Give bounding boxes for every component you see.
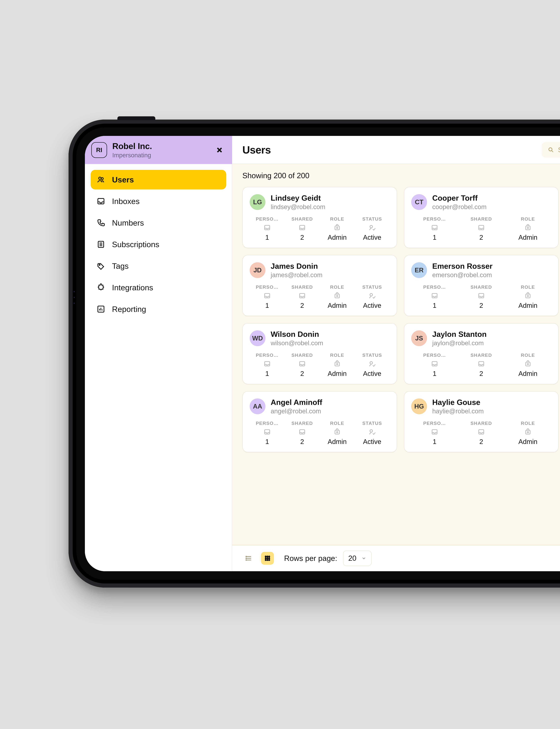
stat-label: PERSO… [423,353,446,358]
stat-shared: SHARED 2 [285,420,320,445]
puzzle-icon [97,283,105,292]
stat-value: 1 [265,302,269,310]
stat-personal: PERSO… 1 [411,353,458,377]
stat-shared: SHARED 2 [285,285,320,310]
avatar: CT [411,194,427,210]
avatar: AA [250,398,265,414]
stat-value: 2 [479,438,483,445]
stat-label: SHARED [470,285,492,290]
stat-value: Admin [328,369,347,377]
list-view-button[interactable] [242,552,255,565]
stat-label: STATUS [362,216,382,222]
stat-role: ROLE Admin [505,353,551,377]
stat-label: SHARED [291,353,313,358]
stat-label: SHARED [291,216,313,222]
user-card-header: ER Emerson Rosser emerson@robel.com [411,262,551,279]
stat-value: 1 [433,438,436,445]
user-meta: Lindsey Geidt lindsey@robel.com [271,194,325,211]
search-box[interactable] [542,142,560,158]
user-email: cooper@robel.com [432,203,487,211]
stat-personal: PERSO… 1 [250,353,285,377]
stat-label: PERSO… [256,353,279,358]
user-stats: PERSO… 1 SHARED 2 ROLE Admin STATUS Acti… [250,353,390,377]
user-meta: Jaylon Stanton jaylon@robel.com [432,330,487,347]
stat-value: Active [363,302,381,310]
user-card[interactable]: WD Wilson Donin wilson@robel.com PERSO… … [242,323,397,384]
search-icon [548,147,554,153]
stat-role: ROLE Admin [505,420,551,445]
stat-value: Active [363,369,381,377]
user-meta: James Donin james@robel.com [271,262,322,279]
stat-label: PERSO… [423,216,446,222]
stat-status: STATUS Active [355,216,390,241]
grid-view-button[interactable] [261,552,274,565]
user-name: Cooper Torff [432,194,487,202]
user-card[interactable]: CT Cooper Torff cooper@robel.com PERSO… … [404,187,559,248]
stat-shared: SHARED 2 [458,353,505,377]
stat-label: ROLE [330,216,344,222]
stat-label: PERSO… [256,420,279,426]
stat-shared: SHARED 2 [458,420,505,445]
sidebar-item-subscriptions[interactable]: Subscriptions [91,235,226,254]
rows-per-page-label: Rows per page: [284,554,337,563]
user-card[interactable]: ER Emerson Rosser emerson@robel.com PERS… [404,255,559,316]
rows-per-page-select[interactable]: 20 [343,550,372,566]
id-badge-icon [333,360,341,367]
stat-value: 2 [479,234,483,241]
sidebar-item-users[interactable]: Users [91,170,226,189]
sidebar-item-integrations[interactable]: Integrations [91,278,226,297]
user-name: Emerson Rosser [432,262,492,271]
stat-value: 2 [300,369,304,377]
org-avatar: RI [91,142,107,158]
stat-status: STATUS Active [355,420,390,445]
stat-label: PERSO… [256,285,279,290]
rows-per-page-value: 20 [348,554,356,562]
stat-label: SHARED [470,353,492,358]
tablet-device-frame: RI Robel Inc. Impersonating Users Inboxe… [69,120,560,588]
user-card-header: WD Wilson Donin wilson@robel.com [250,330,390,347]
inbox-icon [298,224,306,231]
user-meta: Haylie Gouse haylie@robel.com [432,398,484,415]
user-card[interactable]: JS Jaylon Stanton jaylon@robel.com PERSO… [404,323,559,384]
sidebar-item-reporting[interactable]: Reporting [91,299,226,319]
inbox-icon [263,360,271,367]
stat-label: SHARED [291,420,313,426]
showing-count: Showing 200 of 200 [242,171,560,180]
sidebar-item-label: Users [112,175,134,184]
stat-value: 2 [479,369,483,377]
id-badge-icon [524,428,532,436]
id-badge-icon [333,428,341,436]
inbox-icon [298,428,306,436]
users-icon [97,175,105,184]
inbox-icon [263,292,271,300]
stat-label: ROLE [330,285,344,290]
user-card[interactable]: HG Haylie Gouse haylie@robel.com PERSO… … [404,391,559,452]
user-card[interactable]: AA Angel Aminoff angel@robel.com PERSO… … [242,391,397,452]
avatar: JD [250,262,265,278]
inbox-icon [477,428,485,436]
stat-label: SHARED [291,285,313,290]
user-stats: PERSO… 1 SHARED 2 ROLE Admin [411,420,551,445]
avatar: JS [411,331,427,346]
stat-value: 1 [433,234,436,241]
sidebar-item-label: Integrations [112,283,153,292]
stat-role: ROLE Admin [505,285,551,310]
user-check-icon [368,360,376,367]
inbox-icon [477,292,485,300]
sidebar-item-label: Tags [112,262,129,271]
user-card-grid: LG Lindsey Geidt lindsey@robel.com PERSO… [242,187,560,452]
user-name: Haylie Gouse [432,398,484,406]
avatar: ER [411,262,427,278]
inbox-icon [97,197,105,206]
sidebar-item-tags[interactable]: Tags [91,256,226,276]
user-card[interactable]: LG Lindsey Geidt lindsey@robel.com PERSO… [242,187,397,248]
search-input[interactable] [558,146,560,154]
sidebar-item-inboxes[interactable]: Inboxes [91,192,226,211]
inbox-icon [477,360,485,367]
sidebar-item-numbers[interactable]: Numbers [91,213,226,233]
close-impersonation-button[interactable] [214,145,225,155]
user-card[interactable]: JD James Donin james@robel.com PERSO… 1 … [242,255,397,316]
stat-label: SHARED [470,420,492,426]
stat-label: ROLE [330,420,344,426]
user-check-icon [368,224,376,231]
